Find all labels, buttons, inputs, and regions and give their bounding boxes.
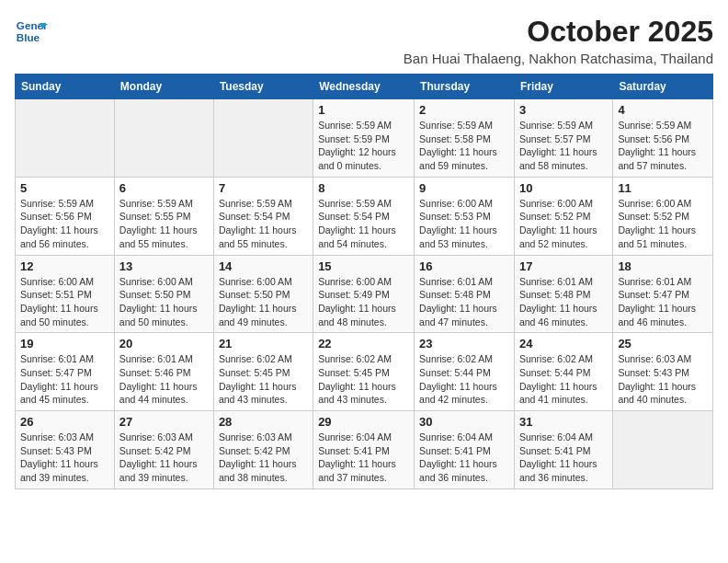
day-info: Sunrise: 6:01 AMSunset: 5:48 PMDaylight:… (419, 275, 509, 329)
calendar-cell: 31Sunrise: 6:04 AMSunset: 5:41 PMDayligh… (514, 411, 612, 489)
day-number: 10 (519, 181, 608, 195)
day-number: 11 (618, 181, 708, 195)
day-number: 27 (119, 415, 209, 429)
calendar-cell: 2Sunrise: 5:59 AMSunset: 5:58 PMDaylight… (415, 99, 515, 178)
svg-text:Blue: Blue (17, 31, 40, 43)
day-info: Sunrise: 5:59 AMSunset: 5:59 PMDaylight:… (318, 119, 409, 173)
day-number: 26 (20, 415, 109, 429)
calendar-cell: 20Sunrise: 6:01 AMSunset: 5:46 PMDayligh… (114, 333, 213, 411)
weekday-header-friday: Friday (514, 75, 612, 99)
weekday-header-tuesday: Tuesday (213, 75, 313, 99)
calendar-cell (613, 411, 713, 489)
day-number: 15 (318, 259, 409, 273)
day-number: 3 (519, 103, 608, 117)
day-number: 2 (419, 103, 509, 117)
calendar-cell: 5Sunrise: 5:59 AMSunset: 5:56 PMDaylight… (16, 177, 115, 255)
day-number: 6 (119, 181, 209, 195)
day-info: Sunrise: 5:59 AMSunset: 5:54 PMDaylight:… (318, 197, 409, 251)
day-info: Sunrise: 6:00 AMSunset: 5:50 PMDaylight:… (119, 275, 209, 329)
calendar-cell: 7Sunrise: 5:59 AMSunset: 5:54 PMDaylight… (213, 177, 313, 255)
logo-icon: General Blue (15, 15, 48, 48)
month-title: October 2025 (404, 15, 713, 49)
weekday-header-row: SundayMondayTuesdayWednesdayThursdayFrid… (16, 75, 713, 99)
calendar-cell: 10Sunrise: 6:00 AMSunset: 5:52 PMDayligh… (514, 177, 612, 255)
day-number: 25 (618, 337, 708, 350)
weekday-header-monday: Monday (114, 75, 213, 99)
weekday-header-wednesday: Wednesday (313, 75, 415, 99)
day-number: 31 (519, 415, 608, 429)
day-number: 28 (219, 415, 308, 429)
day-number: 23 (419, 337, 509, 350)
day-info: Sunrise: 5:59 AMSunset: 5:56 PMDaylight:… (618, 119, 708, 173)
calendar-cell: 12Sunrise: 6:00 AMSunset: 5:51 PMDayligh… (16, 255, 115, 333)
calendar-cell: 22Sunrise: 6:02 AMSunset: 5:45 PMDayligh… (313, 333, 415, 411)
calendar-cell: 9Sunrise: 6:00 AMSunset: 5:53 PMDaylight… (415, 177, 515, 255)
day-info: Sunrise: 5:59 AMSunset: 5:55 PMDaylight:… (119, 197, 209, 251)
calendar-cell: 25Sunrise: 6:03 AMSunset: 5:43 PMDayligh… (613, 333, 713, 411)
day-number: 16 (419, 259, 509, 273)
page-header: General Blue October 2025 Ban Huai Thala… (15, 15, 713, 66)
calendar-cell: 6Sunrise: 5:59 AMSunset: 5:55 PMDaylight… (114, 177, 213, 255)
day-info: Sunrise: 6:00 AMSunset: 5:51 PMDaylight:… (20, 275, 109, 329)
day-info: Sunrise: 6:02 AMSunset: 5:45 PMDaylight:… (318, 352, 409, 407)
calendar-cell: 1Sunrise: 5:59 AMSunset: 5:59 PMDaylight… (313, 99, 415, 178)
day-info: Sunrise: 5:59 AMSunset: 5:56 PMDaylight:… (20, 197, 109, 251)
calendar-week-row: 26Sunrise: 6:03 AMSunset: 5:43 PMDayligh… (16, 411, 713, 489)
calendar-cell: 23Sunrise: 6:02 AMSunset: 5:44 PMDayligh… (415, 333, 515, 411)
day-info: Sunrise: 6:01 AMSunset: 5:47 PMDaylight:… (618, 275, 708, 329)
day-info: Sunrise: 6:04 AMSunset: 5:41 PMDaylight:… (419, 431, 509, 485)
day-info: Sunrise: 6:02 AMSunset: 5:44 PMDaylight:… (419, 352, 509, 407)
calendar-cell: 30Sunrise: 6:04 AMSunset: 5:41 PMDayligh… (415, 411, 515, 489)
calendar-week-row: 12Sunrise: 6:00 AMSunset: 5:51 PMDayligh… (16, 255, 713, 333)
day-info: Sunrise: 5:59 AMSunset: 5:57 PMDaylight:… (519, 119, 608, 173)
day-number: 17 (519, 259, 608, 273)
day-info: Sunrise: 6:02 AMSunset: 5:44 PMDaylight:… (519, 352, 608, 407)
calendar-week-row: 5Sunrise: 5:59 AMSunset: 5:56 PMDaylight… (16, 177, 713, 255)
day-info: Sunrise: 6:03 AMSunset: 5:42 PMDaylight:… (219, 431, 308, 485)
calendar-cell: 13Sunrise: 6:00 AMSunset: 5:50 PMDayligh… (114, 255, 213, 333)
calendar-cell: 18Sunrise: 6:01 AMSunset: 5:47 PMDayligh… (613, 255, 713, 333)
day-info: Sunrise: 6:01 AMSunset: 5:47 PMDaylight:… (20, 352, 109, 407)
weekday-header-sunday: Sunday (16, 75, 115, 99)
day-number: 20 (119, 337, 209, 350)
day-info: Sunrise: 5:59 AMSunset: 5:54 PMDaylight:… (219, 197, 308, 251)
day-info: Sunrise: 6:04 AMSunset: 5:41 PMDaylight:… (519, 431, 608, 485)
day-number: 5 (20, 181, 109, 195)
calendar-cell (16, 99, 115, 178)
day-info: Sunrise: 6:03 AMSunset: 5:43 PMDaylight:… (618, 352, 708, 407)
calendar-cell: 24Sunrise: 6:02 AMSunset: 5:44 PMDayligh… (514, 333, 612, 411)
day-info: Sunrise: 6:01 AMSunset: 5:48 PMDaylight:… (519, 275, 608, 329)
calendar-cell: 15Sunrise: 6:00 AMSunset: 5:49 PMDayligh… (313, 255, 415, 333)
calendar-table: SundayMondayTuesdayWednesdayThursdayFrid… (15, 74, 713, 489)
calendar-week-row: 19Sunrise: 6:01 AMSunset: 5:47 PMDayligh… (16, 333, 713, 411)
calendar-cell: 4Sunrise: 5:59 AMSunset: 5:56 PMDaylight… (613, 99, 713, 178)
location-subtitle: Ban Huai Thalaeng, Nakhon Ratchasima, Th… (404, 51, 713, 66)
calendar-cell (213, 99, 313, 178)
day-number: 13 (119, 259, 209, 273)
calendar-cell: 14Sunrise: 6:00 AMSunset: 5:50 PMDayligh… (213, 255, 313, 333)
calendar-week-row: 1Sunrise: 5:59 AMSunset: 5:59 PMDaylight… (16, 99, 713, 178)
day-number: 30 (419, 415, 509, 429)
day-info: Sunrise: 6:00 AMSunset: 5:53 PMDaylight:… (419, 197, 509, 251)
weekday-header-saturday: Saturday (613, 75, 713, 99)
calendar-cell: 28Sunrise: 6:03 AMSunset: 5:42 PMDayligh… (213, 411, 313, 489)
day-info: Sunrise: 6:00 AMSunset: 5:50 PMDaylight:… (219, 275, 308, 329)
day-info: Sunrise: 6:00 AMSunset: 5:49 PMDaylight:… (318, 275, 409, 329)
calendar-cell: 8Sunrise: 5:59 AMSunset: 5:54 PMDaylight… (313, 177, 415, 255)
calendar-cell: 3Sunrise: 5:59 AMSunset: 5:57 PMDaylight… (514, 99, 612, 178)
day-number: 9 (419, 181, 509, 195)
day-number: 21 (219, 337, 308, 350)
title-block: October 2025 Ban Huai Thalaeng, Nakhon R… (404, 15, 713, 66)
calendar-cell: 21Sunrise: 6:02 AMSunset: 5:45 PMDayligh… (213, 333, 313, 411)
day-number: 29 (318, 415, 409, 429)
day-number: 4 (618, 103, 708, 117)
day-number: 14 (219, 259, 308, 273)
day-info: Sunrise: 6:02 AMSunset: 5:45 PMDaylight:… (219, 352, 308, 407)
day-number: 7 (219, 181, 308, 195)
calendar-cell: 11Sunrise: 6:00 AMSunset: 5:52 PMDayligh… (613, 177, 713, 255)
calendar-cell: 29Sunrise: 6:04 AMSunset: 5:41 PMDayligh… (313, 411, 415, 489)
calendar-cell: 17Sunrise: 6:01 AMSunset: 5:48 PMDayligh… (514, 255, 612, 333)
day-number: 8 (318, 181, 409, 195)
day-number: 18 (618, 259, 708, 273)
calendar-cell: 26Sunrise: 6:03 AMSunset: 5:43 PMDayligh… (16, 411, 115, 489)
